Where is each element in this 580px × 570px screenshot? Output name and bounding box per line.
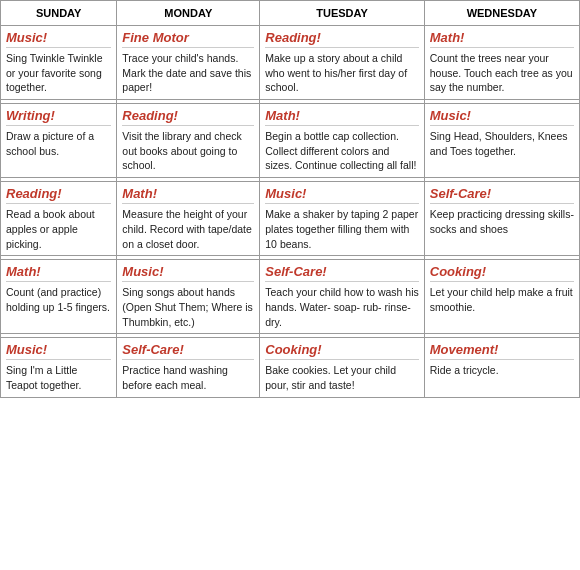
cell-title: Cooking! <box>265 342 418 360</box>
table-cell: Cooking!Let your child help make a fruit… <box>424 260 579 334</box>
table-cell: Movement!Ride a tricycle. <box>424 338 579 397</box>
table-row: Reading!Read a book about apples or appl… <box>1 182 580 256</box>
table-cell: Reading!Make up a story about a child wh… <box>260 26 424 100</box>
cell-title: Self-Care! <box>122 342 254 360</box>
table-row: Music!Sing I'm a Little Teapot together.… <box>1 338 580 397</box>
column-header: SUNDAY <box>1 1 117 26</box>
table-row: Writing!Draw a picture of a school bus.R… <box>1 104 580 178</box>
cell-body: Make up a story about a child who went t… <box>265 51 418 95</box>
table-cell: Self-Care!Practice hand washing before e… <box>117 338 260 397</box>
cell-title: Self-Care! <box>430 186 574 204</box>
cell-title: Reading! <box>122 108 254 126</box>
table-row: Music!Sing Twinkle Twinkle or your favor… <box>1 26 580 100</box>
cell-body: Sing I'm a Little Teapot together. <box>6 363 111 392</box>
cell-body: Bake cookies. Let your child pour, stir … <box>265 363 418 392</box>
calendar-table: SUNDAYMONDAYTUESDAYWEDNESDAY Music!Sing … <box>0 0 580 398</box>
cell-body: Read a book about apples or apple pickin… <box>6 207 111 251</box>
cell-body: Measure the height of your child. Record… <box>122 207 254 251</box>
table-cell: Math!Begin a bottle cap collection. Coll… <box>260 104 424 178</box>
cell-title: Math! <box>265 108 418 126</box>
table-row: Math!Count (and practice) holding up 1-5… <box>1 260 580 334</box>
table-cell: Self-Care!Keep practicing dressing skill… <box>424 182 579 256</box>
cell-title: Math! <box>6 264 111 282</box>
cell-body: Practice hand washing before each meal. <box>122 363 254 392</box>
cell-body: Trace your child's hands. Mark the date … <box>122 51 254 95</box>
table-cell: Math!Count the trees near your house. To… <box>424 26 579 100</box>
cell-title: Writing! <box>6 108 111 126</box>
cell-title: Music! <box>122 264 254 282</box>
cell-title: Self-Care! <box>265 264 418 282</box>
cell-title: Music! <box>430 108 574 126</box>
cell-title: Music! <box>6 30 111 48</box>
cell-body: Make a shaker by taping 2 paper plates t… <box>265 207 418 251</box>
cell-title: Math! <box>122 186 254 204</box>
cell-body: Sing songs about hands (Open Shut Them; … <box>122 285 254 329</box>
table-cell: Music!Sing songs about hands (Open Shut … <box>117 260 260 334</box>
cell-title: Movement! <box>430 342 574 360</box>
cell-body: Draw a picture of a school bus. <box>6 129 111 158</box>
table-cell: Math!Measure the height of your child. R… <box>117 182 260 256</box>
cell-title: Music! <box>6 342 111 360</box>
cell-title: Cooking! <box>430 264 574 282</box>
table-cell: Fine MotorTrace your child's hands. Mark… <box>117 26 260 100</box>
cell-body: Keep practicing dressing skills- socks a… <box>430 207 574 236</box>
table-cell: Music!Sing Head, Shoulders, Knees and To… <box>424 104 579 178</box>
cell-body: Let your child help make a fruit smoothi… <box>430 285 574 314</box>
cell-title: Music! <box>265 186 418 204</box>
cell-title: Fine Motor <box>122 30 254 48</box>
table-cell: Cooking!Bake cookies. Let your child pou… <box>260 338 424 397</box>
cell-body: Begin a bottle cap collection. Collect d… <box>265 129 418 173</box>
cell-body: Visit the library and check out books ab… <box>122 129 254 173</box>
cell-title: Math! <box>430 30 574 48</box>
cell-body: Teach your child how to wash his hands. … <box>265 285 418 329</box>
column-header: WEDNESDAY <box>424 1 579 26</box>
table-cell: Reading!Visit the library and check out … <box>117 104 260 178</box>
cell-title: Reading! <box>6 186 111 204</box>
cell-body: Sing Head, Shoulders, Knees and Toes tog… <box>430 129 574 158</box>
column-header: TUESDAY <box>260 1 424 26</box>
column-header: MONDAY <box>117 1 260 26</box>
cell-body: Count (and practice) holding up 1-5 fing… <box>6 285 111 314</box>
table-cell: Writing!Draw a picture of a school bus. <box>1 104 117 178</box>
table-cell: Music!Sing I'm a Little Teapot together. <box>1 338 117 397</box>
table-cell: Music!Sing Twinkle Twinkle or your favor… <box>1 26 117 100</box>
cell-body: Sing Twinkle Twinkle or your favorite so… <box>6 51 111 95</box>
cell-title: Reading! <box>265 30 418 48</box>
table-cell: Music!Make a shaker by taping 2 paper pl… <box>260 182 424 256</box>
table-cell: Self-Care!Teach your child how to wash h… <box>260 260 424 334</box>
table-cell: Math!Count (and practice) holding up 1-5… <box>1 260 117 334</box>
cell-body: Count the trees near your house. Touch e… <box>430 51 574 95</box>
table-cell: Reading!Read a book about apples or appl… <box>1 182 117 256</box>
cell-body: Ride a tricycle. <box>430 363 574 378</box>
